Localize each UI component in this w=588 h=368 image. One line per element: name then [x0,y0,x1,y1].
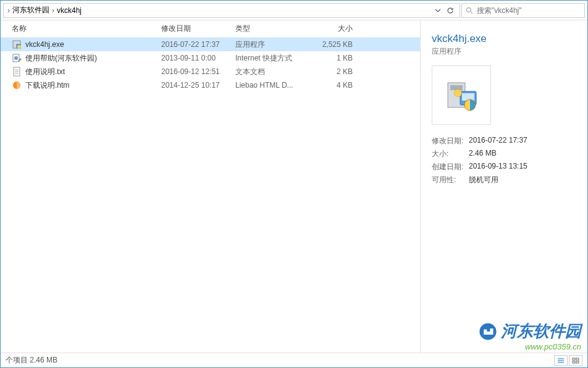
file-date: 2016-09-12 12:51 [161,67,235,76]
file-size: 4 KB [309,81,365,90]
meta-label: 可用性: [432,175,469,185]
htm-file-icon [12,80,22,90]
svg-rect-23 [576,358,579,360]
file-name: 使用说明.txt [25,67,65,77]
svg-point-4 [17,45,21,49]
header-name[interactable]: 名称 [1,23,161,34]
header-size[interactable]: 大小 [309,23,365,34]
search-field[interactable] [477,6,581,15]
file-size: 2,525 KB [309,40,365,49]
meta-value: 2016-09-13 13:15 [469,162,527,172]
header-date[interactable]: 修改日期 [161,23,235,34]
file-size: 2 KB [309,67,365,76]
view-details-button[interactable] [554,355,568,366]
breadcrumb-item[interactable]: 河东软件园 [12,5,49,15]
svg-rect-25 [576,361,579,363]
svg-line-1 [471,12,472,14]
meta-row: 修改日期:2016-07-22 17:37 [432,136,576,146]
file-type: 文本文档 [235,67,309,77]
meta-value: 2016-07-22 17:37 [469,136,527,146]
txt-file-icon [12,67,22,77]
file-size: 1 KB [309,54,365,62]
preview-subtitle: 应用程序 [432,46,576,57]
svg-rect-24 [573,361,575,363]
breadcrumb[interactable]: › 河东软件园 › vkck4hj [3,3,460,18]
address-toolbar: › 河东软件园 › vkck4hj [1,1,587,20]
file-type: Internet 快捷方式 [235,53,309,64]
svg-point-0 [467,7,471,12]
file-row[interactable]: 下载说明.htm2014-12-25 10:17Liebao HTML D...… [1,78,420,92]
url-file-icon [12,53,22,63]
preview-title: vkck4hj.exe [432,33,576,45]
svg-point-6 [14,56,18,60]
file-name: 下载说明.htm [25,80,69,91]
meta-value: 2.46 MB [469,149,497,159]
svg-rect-22 [573,358,575,360]
chevron-right-icon: › [52,6,54,15]
status-bar: 个项目 2.46 MB [1,353,587,367]
search-icon [466,7,473,14]
breadcrumb-item[interactable]: vkck4hj [57,6,82,15]
status-text: 个项目 2.46 MB [6,355,57,366]
search-input[interactable] [461,3,585,18]
file-name: 使用帮助(河东软件园) [25,53,97,64]
meta-label: 修改日期: [432,136,469,146]
view-icons-button[interactable] [569,355,582,366]
meta-row: 创建日期:2016-09-13 13:15 [432,162,576,172]
file-date: 2014-12-25 10:17 [161,81,235,90]
meta-value: 脱机可用 [469,175,498,185]
dropdown-icon[interactable] [432,5,443,16]
svg-rect-13 [450,85,463,90]
file-type: 应用程序 [235,40,309,50]
file-row[interactable]: 使用帮助(河东软件园)2013-09-11 0:00Internet 快捷方式1… [1,51,420,65]
file-date: 2016-07-22 17:37 [161,40,235,49]
file-row[interactable]: 使用说明.txt2016-09-12 12:51文本文档2 KB [1,65,420,78]
file-name: vkck4hj.exe [25,40,64,49]
column-headers: 名称 修改日期 类型 大小 [1,20,420,38]
meta-label: 创建日期: [432,162,469,172]
file-type: Liebao HTML D... [235,81,309,90]
meta-row: 大小:2.46 MB [432,149,576,159]
exe-file-icon [12,40,22,49]
meta-row: 可用性:脱机可用 [432,175,576,185]
chevron-right-icon: › [7,6,10,15]
preview-icon [432,65,491,125]
preview-pane: vkck4hj.exe 应用程序 修改日期:2016-07-22 17:37大小… [421,20,587,353]
file-date: 2013-09-11 0:00 [161,54,235,62]
header-type[interactable]: 类型 [235,23,309,34]
refresh-icon[interactable] [445,5,456,16]
file-row[interactable]: vkck4hj.exe2016-07-22 17:37应用程序2,525 KB [1,38,420,51]
meta-label: 大小: [432,149,469,159]
file-list: 名称 修改日期 类型 大小 vkck4hj.exe2016-07-22 17:3… [1,20,421,353]
